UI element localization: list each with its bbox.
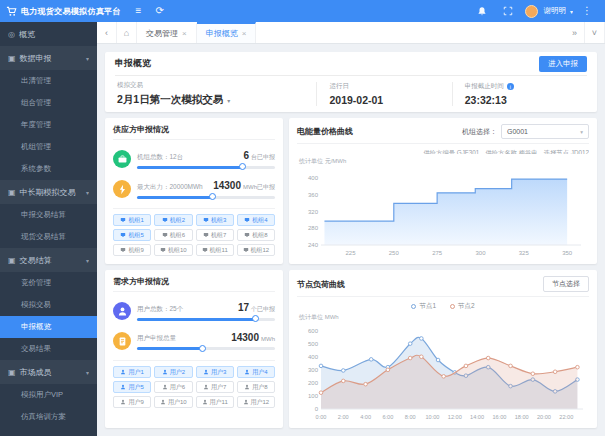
user-name[interactable]: 谢明明 xyxy=(543,6,566,16)
user-button-2[interactable]: 用户2 xyxy=(154,366,192,378)
chip-label: 机组3 xyxy=(211,216,226,225)
tabs-container: 交易管理×申报概览× xyxy=(137,22,256,43)
svg-text:0:00: 0:00 xyxy=(316,414,327,420)
simulation-value[interactable]: 2月1日第一次模拟交易 ▾ xyxy=(117,93,304,107)
slider-knob[interactable] xyxy=(199,345,206,352)
user-button-9[interactable]: 用户9 xyxy=(113,396,151,408)
sidebar-item-2[interactable]: 出清管理 xyxy=(0,70,97,92)
user-button-10[interactable]: 用户10 xyxy=(154,396,192,408)
sidebar-item-5[interactable]: 机组管理 xyxy=(0,136,97,158)
tab-1[interactable]: 申报概览× xyxy=(197,22,257,43)
info-icon[interactable]: i xyxy=(507,83,514,90)
sidebar-item-8[interactable]: 申报交易结算 xyxy=(0,204,97,226)
user-button-11[interactable]: 用户11 xyxy=(196,396,234,408)
user-button-8[interactable]: 用户8 xyxy=(237,381,275,393)
metric-unit: 台已申报 xyxy=(251,154,275,160)
sidebar-item-6[interactable]: 系统参数 xyxy=(0,158,97,180)
menu-item-icon: ▣ xyxy=(8,256,16,265)
tabs-back-icon[interactable]: ‹ xyxy=(97,22,117,43)
unit-button-7[interactable]: 机组7 xyxy=(196,229,234,241)
user-menu-caret-icon[interactable]: ▾ xyxy=(570,8,573,15)
page-content: 申报概览 进入申报 模拟交易 2月1日第一次模拟交易 ▾ 运行日 2019-02… xyxy=(97,44,605,436)
svg-text:500: 500 xyxy=(308,341,319,347)
hamburger-menu-icon[interactable]: ≡ xyxy=(129,6,149,16)
unit-button-10[interactable]: 机组10 xyxy=(154,244,192,256)
tabs-forward-icon[interactable]: » xyxy=(565,22,585,43)
user-button-7[interactable]: 用户7 xyxy=(196,381,234,393)
user-button-6[interactable]: 用户6 xyxy=(154,381,192,393)
user-button-12[interactable]: 用户12 xyxy=(237,396,275,408)
unit-button-6[interactable]: 机组6 xyxy=(154,229,192,241)
node-select-button[interactable]: 节点选择 xyxy=(543,276,589,292)
sidebar-item-3[interactable]: 组合管理 xyxy=(0,92,97,114)
user-avatar[interactable] xyxy=(525,5,538,18)
metric-slider[interactable] xyxy=(137,166,275,169)
legend-item[interactable]: 节点1 xyxy=(411,302,436,311)
unit-button-3[interactable]: 机组3 xyxy=(196,214,234,226)
page-title: 申报概览 xyxy=(115,57,151,70)
sidebar-item-10[interactable]: ▣交易结算▾ xyxy=(0,248,97,272)
close-icon[interactable]: × xyxy=(182,29,187,38)
unit-button-2[interactable]: 机组2 xyxy=(154,214,192,226)
more-options-icon[interactable]: ⋮ xyxy=(575,6,599,16)
sidebar-item-12[interactable]: 模拟交易 xyxy=(0,294,97,316)
slider-knob[interactable] xyxy=(252,315,259,322)
home-icon[interactable]: ⌂ xyxy=(117,22,137,43)
user-button-3[interactable]: 用户3 xyxy=(196,366,234,378)
unit-button-9[interactable]: 机组9 xyxy=(113,244,151,256)
header-right-group: 谢明明 ▾ ⋮ xyxy=(470,5,605,18)
sidebar-item-9[interactable]: 现货交易结算 xyxy=(0,226,97,248)
enter-declaration-button[interactable]: 进入申报 xyxy=(539,56,587,72)
user-button-4[interactable]: 用户4 xyxy=(237,366,275,378)
unit-button-8[interactable]: 机组8 xyxy=(237,229,275,241)
unit-button-5[interactable]: 机组5 xyxy=(113,229,151,241)
sidebar-item-0[interactable]: ◎概览 xyxy=(0,22,97,46)
tab-0[interactable]: 交易管理× xyxy=(137,22,197,43)
unit-button-11[interactable]: 机组11 xyxy=(196,244,234,256)
close-icon[interactable]: × xyxy=(242,29,247,38)
sidebar-item-14[interactable]: 交易结果 xyxy=(0,338,97,360)
sidebar-item-15[interactable]: ▣市场成员▾ xyxy=(0,360,97,384)
svg-text:300: 300 xyxy=(308,367,319,373)
legend-item[interactable]: 节点2 xyxy=(450,302,475,311)
left-column: 供应方申报情况 机组总数：12台6台已申报最大出力：20000MWh14300M… xyxy=(105,118,283,428)
refresh-icon[interactable]: ⟳ xyxy=(148,6,170,16)
bell-icon[interactable] xyxy=(470,6,494,16)
app-window: 电力现货交易模拟仿真平台 ≡ ⟳ 谢明明 ▾ ⋮ ◎概览▣数据申报▾出清管理组合… xyxy=(0,0,605,436)
user-button-5[interactable]: 用户5 xyxy=(113,381,151,393)
svg-text:600: 600 xyxy=(308,328,319,334)
unit-button-1[interactable]: 机组1 xyxy=(113,214,151,226)
demand-metrics-row-0: 用户总数：25个17个已申报 xyxy=(113,296,275,326)
sidebar-item-11[interactable]: 竞价管理 xyxy=(0,272,97,294)
user-button-1[interactable]: 用户1 xyxy=(113,366,151,378)
chevron-down-icon[interactable]: ▾ xyxy=(227,97,230,104)
unit-icon xyxy=(243,247,249,253)
declaration-overview-card: 申报概览 进入申报 模拟交易 2月1日第一次模拟交易 ▾ 运行日 2019-02… xyxy=(105,52,597,112)
metric-slider[interactable] xyxy=(137,318,275,321)
tabs-collapse-icon[interactable]: ˅ xyxy=(585,22,605,43)
deadline-label: 申报截止时间 i xyxy=(465,82,575,91)
metric-unit: 个已申报 xyxy=(251,306,275,312)
sidebar-item-16[interactable]: 模拟用户VIP xyxy=(0,384,97,406)
fullscreen-icon[interactable] xyxy=(496,6,520,16)
sidebar-item-label: 模拟交易 xyxy=(21,300,51,310)
svg-text:14:00: 14:00 xyxy=(470,414,484,420)
sidebar-item-label: 年度管理 xyxy=(21,120,51,130)
menu-item-icon: ▣ xyxy=(8,54,16,63)
sidebar-item-4[interactable]: 年度管理 xyxy=(0,114,97,136)
unit-button-4[interactable]: 机组4 xyxy=(237,214,275,226)
unit-select-dropdown[interactable]: G0001 ▾ xyxy=(501,124,589,139)
metric-slider[interactable] xyxy=(137,347,275,350)
chip-label: 机组4 xyxy=(252,216,267,225)
chip-label: 用户3 xyxy=(211,368,226,377)
slider-knob[interactable] xyxy=(209,193,216,200)
sidebar-item-17[interactable]: 仿真培训方案 xyxy=(0,406,97,428)
sidebar-item-7[interactable]: ▣中长期模拟交易▾ xyxy=(0,180,97,204)
unit-button-12[interactable]: 机组12 xyxy=(237,244,275,256)
sidebar-item-13[interactable]: 申报概览 xyxy=(0,316,97,338)
sidebar-item-label: 现货交易结算 xyxy=(21,232,66,242)
slider-knob[interactable] xyxy=(239,163,246,170)
metric-slider[interactable] xyxy=(137,196,275,199)
person-icon xyxy=(113,302,131,320)
sidebar-item-1[interactable]: ▣数据申报▾ xyxy=(0,46,97,70)
